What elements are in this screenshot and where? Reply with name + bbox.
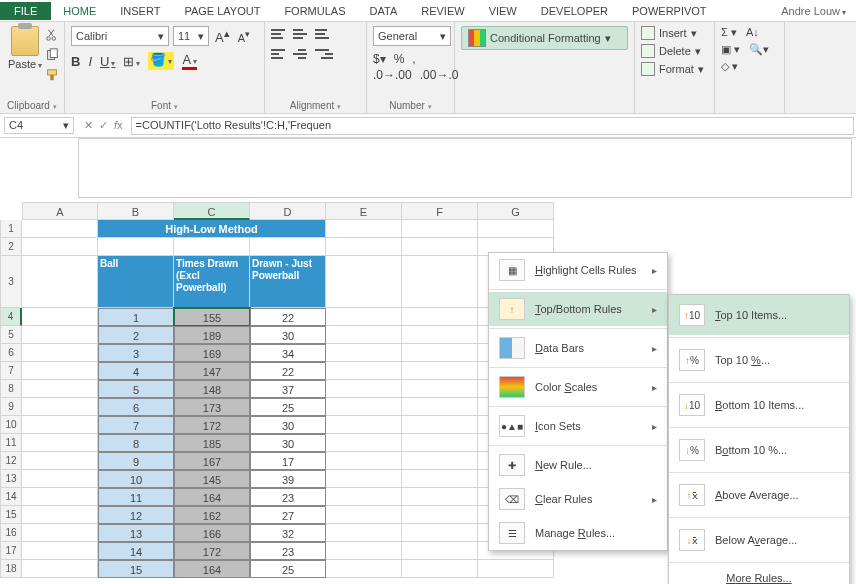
formula-bar: C4▾ ✕ ✓ fx =COUNTIF('Lotto Results'!C:H,… [0,114,856,138]
group-clipboard: Paste Clipboard [0,22,65,113]
formula-input[interactable]: =COUNTIF('Lotto Results'!C:H,'Frequen [131,117,854,135]
col-header-F[interactable]: F [402,202,478,220]
col-header-A[interactable]: A [22,202,98,220]
cf-color-scales[interactable]: Color Scales [489,370,667,404]
fx-icon[interactable]: fx [114,119,123,132]
align-mid[interactable] [293,26,311,42]
svg-rect-4 [48,70,57,75]
column-headers[interactable]: ABCDEFG [22,202,856,220]
copy-icon[interactable] [44,48,60,62]
cf-data-bars[interactable]: Data Bars [489,331,667,365]
top-bottom-submenu: ↑10Top 10 Items... ↑%Top 10 %... ↓10Bott… [668,294,850,584]
worksheet: ABCDEFG 1High-Low Method23BallTimes Draw… [0,202,856,578]
cf-new-rule[interactable]: ✚New Rule... [489,448,667,482]
fill-button[interactable]: ▣ ▾ 🔍▾ [721,43,778,56]
group-label-alignment: Alignment [271,98,360,111]
border-button[interactable]: ⊞ [123,54,140,69]
ribbon-tabs: FILE HOME INSERT PAGE LAYOUT FORMULAS DA… [0,0,856,22]
group-editing: Σ ▾ A↓ ▣ ▾ 🔍▾ ◇ ▾ [715,22,785,113]
tab-formulas[interactable]: FORMULAS [272,2,357,20]
tab-home[interactable]: HOME [51,1,108,20]
tab-insert[interactable]: INSERT [108,2,172,20]
clear-button[interactable]: ◇ ▾ [721,60,778,73]
name-box[interactable]: C4▾ [4,117,74,134]
cf-top-bottom-rules[interactable]: Top/Bottom Rules [489,292,667,326]
shrink-font-icon[interactable]: A▾ [236,28,252,44]
font-size-select[interactable]: 11▾ [173,26,209,46]
percent-button[interactable]: % [394,52,405,66]
align-bot[interactable] [315,26,333,42]
cf-highlight-rules[interactable]: ▦Highlight Cells Rules [489,253,667,287]
col-header-G[interactable]: G [478,202,554,220]
cf-icon-sets[interactable]: ●▲■Icon Sets [489,409,667,443]
tb-top10-percent[interactable]: ↑%Top 10 %... [669,340,849,380]
cf-clear-rules[interactable]: ⌫Clear Rules [489,482,667,516]
tab-data[interactable]: DATA [358,2,410,20]
svg-point-0 [47,37,51,41]
user-menu[interactable]: Andre Louw [781,5,856,17]
cf-manage-rules[interactable]: ☰Manage Rules... [489,516,667,550]
paste-icon [11,26,39,56]
tb-more-rules[interactable]: More Rules... [669,565,849,584]
cut-icon[interactable] [44,28,60,42]
group-font: Calibri▾ 11▾ A▴ A▾ B I U ⊞ 🪣 A Font [65,22,265,113]
col-header-B[interactable]: B [98,202,174,220]
font-color-button[interactable]: A [182,52,197,70]
col-header-E[interactable]: E [326,202,402,220]
tab-page-layout[interactable]: PAGE LAYOUT [172,2,272,20]
ribbon: Paste Clipboard Calibri▾ 11▾ A▴ A▾ B I U… [0,22,856,114]
tab-powerpivot[interactable]: POWERPIVOT [620,2,719,20]
align-left[interactable] [271,46,289,62]
paste-label: Paste [8,58,42,70]
dec-decimal-button[interactable]: .00→.0 [420,68,459,82]
tab-file[interactable]: FILE [0,2,51,20]
align-center[interactable] [293,46,311,62]
comma-button[interactable]: , [412,52,415,66]
tb-bottom10-items[interactable]: ↓10Bottom 10 Items... [669,385,849,425]
group-alignment: Alignment [265,22,367,113]
conditional-formatting-button[interactable]: Conditional Formatting▾ [461,26,628,50]
cancel-formula-icon[interactable]: ✕ [84,119,93,132]
align-top[interactable] [271,26,289,42]
group-label-font: Font [71,98,258,111]
group-styles: Conditional Formatting▾ [455,22,635,113]
align-right[interactable] [315,46,333,62]
formula-bar-expanded[interactable] [78,138,852,198]
autosum-button[interactable]: Σ ▾ A↓ [721,26,778,39]
tab-view[interactable]: VIEW [477,2,529,20]
svg-rect-3 [50,49,57,58]
tb-below-average[interactable]: ↓x̄Below Average... [669,520,849,560]
tb-top10-items[interactable]: ↑10Top 10 Items... [669,295,849,335]
col-header-D[interactable]: D [250,202,326,220]
col-header-C[interactable]: C [174,202,250,220]
format-cells-button[interactable]: Format ▾ [641,62,708,76]
format-painter-icon[interactable] [44,68,60,82]
delete-cells-button[interactable]: Delete ▾ [641,44,708,58]
tb-above-average[interactable]: ↑x̄Above Average... [669,475,849,515]
grow-font-icon[interactable]: A▴ [213,27,232,45]
insert-cells-button[interactable]: Insert ▾ [641,26,708,40]
number-format-select[interactable]: General▾ [373,26,451,46]
tb-bottom10-percent[interactable]: ↓%Bottom 10 %... [669,430,849,470]
conditional-formatting-icon [468,29,486,47]
inc-decimal-button[interactable]: .0→.00 [373,68,412,82]
underline-button[interactable]: U [100,54,115,69]
group-label-number: Number [373,98,448,111]
enter-formula-icon[interactable]: ✓ [99,119,108,132]
group-label-clipboard: Clipboard [6,98,58,111]
svg-rect-5 [50,75,54,80]
group-cells: Insert ▾ Delete ▾ Format ▾ [635,22,715,113]
bold-button[interactable]: B [71,54,80,69]
fill-color-button[interactable]: 🪣 [148,52,174,70]
svg-point-1 [52,37,56,41]
group-number: General▾ $▾ % , .0→.00 .00→.0 Number [367,22,455,113]
conditional-formatting-menu: ▦Highlight Cells Rules Top/Bottom Rules … [488,252,668,551]
accounting-button[interactable]: $▾ [373,52,386,66]
paste-button[interactable]: Paste [6,26,44,70]
tab-review[interactable]: REVIEW [409,2,476,20]
tab-developer[interactable]: DEVELOPER [529,2,620,20]
italic-button[interactable]: I [88,54,92,69]
font-name-select[interactable]: Calibri▾ [71,26,169,46]
